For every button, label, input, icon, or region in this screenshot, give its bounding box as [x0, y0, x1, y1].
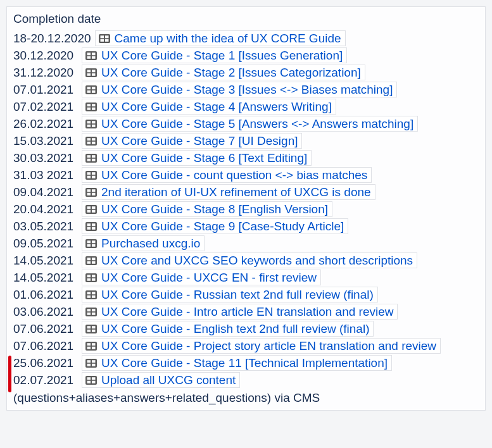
issue-link[interactable]: UX Core Guide - Stage 6 [Text Editing]: [82, 150, 312, 166]
svg-rect-63: [87, 244, 91, 246]
completion-date: 01.06.2021: [13, 289, 82, 301]
issue-link-text: UX Core Guide - Stage 9 [Case-Study Arti…: [101, 220, 344, 232]
issue-link[interactable]: UX Core Guide - Stage 2 [Issues Categori…: [82, 65, 365, 80]
issue-link[interactable]: Upload all UXCG content: [82, 372, 240, 388]
issue-link[interactable]: UX Core Guide - Stage 7 [UI Design]: [82, 133, 302, 149]
svg-rect-25: [85, 120, 97, 128]
issue-link[interactable]: UX Core Guide - Stage 8 [English Version…: [82, 201, 332, 217]
rows-container: 18-20.12.2020 Came up with the idea of U…: [9, 30, 483, 389]
svg-rect-79: [92, 295, 96, 297]
list-row: 30.03.2021 UX Core Guide - Stage 6 [Text…: [9, 149, 483, 166]
issue-link[interactable]: UX Core Guide - Stage 9 [Case-Study Arti…: [82, 218, 348, 234]
svg-rect-47: [92, 189, 96, 192]
issue-link[interactable]: UX Core Guide - Project story article EN…: [82, 338, 441, 354]
svg-rect-67: [92, 258, 96, 260]
completion-date: 25.06.2021: [13, 357, 82, 369]
svg-rect-61: [87, 240, 91, 243]
issue-link[interactable]: UX Core and UXCG SEO keywords and short …: [82, 252, 417, 268]
svg-rect-99: [92, 363, 96, 366]
svg-rect-5: [85, 51, 97, 60]
jira-epic-icon: [85, 221, 98, 232]
jira-epic-icon: [85, 290, 98, 300]
list-row: 20.04.2021 UX Core Guide - Stage 8 [Engl…: [9, 201, 483, 218]
completion-date: 09.05.2021: [13, 237, 82, 249]
list-row: 30.12.2020 UX Core Guide - Stage 1 [Issu…: [9, 47, 483, 64]
list-row: 07.06.2021 UX Core Guide - English text …: [9, 320, 483, 337]
issue-link[interactable]: UX Core Guide - count question <-> bias …: [82, 167, 372, 183]
completion-date: 14.05.2021: [13, 271, 82, 283]
issue-link[interactable]: UX Core Guide - Stage 4 [Answers Writing…: [82, 99, 336, 115]
svg-rect-39: [92, 158, 96, 161]
jira-epic-icon: [85, 256, 98, 266]
list-row: 14.05.2021 UX Core and UXCG SEO keywords…: [9, 252, 483, 269]
svg-rect-19: [92, 90, 96, 92]
issue-link-text: UX Core Guide - Stage 6 [Text Editing]: [101, 152, 307, 164]
jira-epic-icon: [85, 153, 98, 163]
completion-date: 07.02.2021: [13, 101, 82, 113]
completion-date: 03.06.2021: [13, 306, 82, 318]
svg-rect-92: [92, 343, 96, 345]
completion-date: 07.06.2021: [13, 340, 82, 352]
svg-rect-2: [105, 35, 109, 38]
svg-rect-100: [85, 376, 97, 385]
jira-epic-icon: [85, 119, 98, 129]
svg-rect-36: [87, 155, 91, 158]
issue-link[interactable]: UX Core Guide - English text 2nd full re…: [82, 321, 374, 337]
svg-rect-69: [92, 261, 96, 263]
issue-link[interactable]: UX Core Guide - Stage 1 [Issues Generati…: [82, 47, 347, 63]
issue-link[interactable]: UX Core Guide - Stage 5 [Answers <-> Ans…: [82, 116, 418, 132]
list-row: 15.03.2021 UX Core Guide - Stage 7 [UI D…: [9, 132, 483, 149]
issue-link[interactable]: UX Core Guide - Intro article EN transla…: [82, 304, 398, 320]
list-row: 26.02.2021 UX Core Guide - Stage 5 [Answ…: [9, 115, 483, 132]
svg-rect-4: [105, 39, 109, 41]
svg-rect-50: [85, 205, 97, 214]
svg-rect-84: [92, 312, 96, 314]
svg-rect-71: [87, 275, 91, 277]
jira-epic-icon: [85, 204, 98, 215]
svg-rect-40: [85, 171, 97, 180]
svg-rect-86: [87, 326, 91, 328]
svg-rect-65: [85, 256, 97, 265]
issue-link-text: Upload all UXCG content: [101, 374, 236, 386]
svg-rect-0: [99, 34, 110, 43]
svg-rect-81: [87, 309, 91, 311]
svg-rect-45: [85, 188, 97, 197]
svg-rect-78: [87, 295, 91, 297]
svg-rect-11: [87, 70, 91, 72]
svg-rect-8: [87, 56, 91, 58]
issue-link[interactable]: 2nd iteration of UI-UX refinement of UXC…: [82, 184, 375, 200]
completion-date: 31.03 2021: [13, 169, 82, 181]
svg-rect-28: [87, 124, 91, 127]
completion-date: 30.03.2021: [13, 152, 82, 164]
issue-link-text: UX Core Guide - Stage 1 [Issues Generati…: [101, 49, 343, 61]
jira-epic-icon: [85, 85, 98, 95]
jira-epic-icon: [85, 68, 98, 78]
list-row: 03.06.2021 UX Core Guide - Intro article…: [9, 303, 483, 320]
svg-rect-9: [92, 56, 96, 58]
issue-link[interactable]: UX Core Guide - Stage 11 [Technical Impl…: [82, 355, 392, 371]
issue-link-text: UX Core Guide - UXCG EN - first review: [101, 271, 317, 283]
svg-rect-21: [87, 104, 91, 106]
svg-rect-75: [85, 290, 97, 299]
issue-link[interactable]: Purchased uxcg.io: [82, 235, 205, 251]
completion-date: 03.05.2021: [13, 220, 82, 232]
svg-rect-103: [87, 380, 91, 383]
issue-link-text: UX Core Guide - Intro article EN transla…: [101, 306, 393, 318]
svg-rect-56: [87, 223, 91, 226]
issue-link[interactable]: UX Core Guide - UXCG EN - first review: [82, 270, 321, 285]
svg-rect-13: [87, 73, 91, 75]
jira-epic-icon: [85, 170, 98, 180]
svg-rect-93: [87, 346, 91, 349]
issue-link[interactable]: UX Core Guide - Stage 3 [Issues <-> Bias…: [82, 82, 397, 97]
completion-date: 14.05.2021: [13, 254, 82, 266]
svg-rect-41: [87, 172, 91, 175]
svg-rect-59: [92, 227, 96, 229]
svg-rect-1: [100, 35, 104, 38]
svg-rect-14: [92, 73, 96, 75]
issue-link[interactable]: UX Core Guide - Russian text 2nd full re…: [82, 287, 378, 302]
svg-rect-58: [87, 227, 91, 229]
svg-rect-3: [100, 39, 104, 41]
list-row: 09.05.2021 Purchased uxcg.io: [9, 235, 483, 252]
issue-link[interactable]: Came up with the idea of UX CORE Guide: [95, 30, 346, 46]
svg-rect-73: [87, 278, 91, 280]
